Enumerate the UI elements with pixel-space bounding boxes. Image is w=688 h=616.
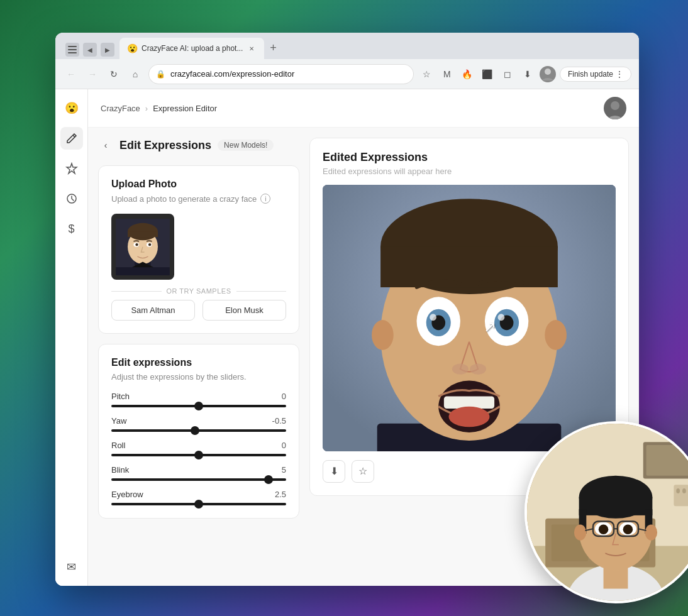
svg-point-43 bbox=[676, 488, 680, 493]
image-display: ↗ bbox=[323, 185, 616, 451]
new-tab-button[interactable]: + bbox=[264, 39, 282, 57]
yaw-slider[interactable] bbox=[111, 429, 286, 432]
home-button[interactable]: ⌂ bbox=[127, 66, 143, 82]
edit-subtitle: Adjust the expressions by the sliders. bbox=[111, 372, 286, 382]
slider-row-eyebrow: Eyebrow 2.5 bbox=[111, 490, 286, 505]
tab-sidebar-toggle[interactable] bbox=[65, 43, 79, 57]
download-icon[interactable]: ⬇ bbox=[519, 66, 536, 82]
eyebrow-slider[interactable] bbox=[111, 503, 286, 505]
svg-point-14 bbox=[135, 243, 138, 246]
toolbar-icons: ☆ M 🔥 ⬛ ◻ ⬇ Finish update ⋮ bbox=[419, 66, 631, 82]
profile-avatar[interactable] bbox=[540, 66, 556, 82]
sam-altman-button[interactable]: Sam Altman bbox=[111, 300, 195, 321]
url-bar[interactable]: 🔒 crazyfaceai.com/expression-editor bbox=[148, 64, 414, 84]
user-avatar[interactable] bbox=[604, 97, 626, 119]
samples-divider: OR TRY SAMPLES bbox=[111, 287, 286, 295]
svg-point-15 bbox=[148, 243, 151, 246]
svg-rect-42 bbox=[674, 485, 688, 506]
finish-update-label: Finish update bbox=[568, 70, 613, 79]
slider-row-blink: Blink 5 bbox=[111, 465, 286, 481]
sidebar-icon-logo[interactable]: 😮 bbox=[60, 97, 83, 119]
svg-point-56 bbox=[645, 524, 657, 540]
tab-title: CrazyFace AI: upload a phot... bbox=[141, 44, 243, 53]
svg-point-59 bbox=[599, 524, 609, 534]
sidebar-icon-editor[interactable] bbox=[60, 127, 83, 150]
lock-icon: 🔒 bbox=[156, 70, 165, 79]
ext-icon-4[interactable]: ◻ bbox=[499, 66, 516, 82]
svg-point-31 bbox=[430, 314, 436, 321]
ext-icon-1[interactable]: M bbox=[439, 66, 455, 82]
sidebar: 😮 $ ✉ bbox=[55, 89, 88, 586]
blink-slider[interactable] bbox=[111, 478, 286, 481]
svg-rect-1 bbox=[68, 49, 77, 50]
breadcrumb-home[interactable]: CrazyFace bbox=[101, 104, 140, 113]
svg-point-60 bbox=[623, 524, 633, 534]
svg-rect-8 bbox=[116, 267, 170, 275]
svg-point-10 bbox=[128, 223, 158, 239]
address-bar: ← → ↻ ⌂ 🔒 crazyfaceai.com/expression-edi… bbox=[55, 59, 639, 89]
svg-rect-52 bbox=[579, 497, 653, 515]
forward-nav-button[interactable]: → bbox=[84, 66, 101, 82]
breadcrumb-bar: CrazyFace › Expression Editor bbox=[88, 89, 639, 128]
svg-point-23 bbox=[372, 320, 394, 350]
edit-title: Edit expressions bbox=[111, 357, 286, 368]
sidebar-icon-history[interactable] bbox=[60, 187, 83, 210]
svg-rect-2 bbox=[68, 52, 77, 53]
tab-close-icon[interactable]: ✕ bbox=[247, 43, 257, 53]
uploaded-photo[interactable] bbox=[111, 214, 174, 280]
pitch-slider[interactable] bbox=[111, 405, 286, 407]
new-models-badge: New Models! bbox=[218, 140, 274, 151]
svg-rect-41 bbox=[646, 445, 688, 476]
svg-point-3 bbox=[545, 69, 551, 75]
bookmark-icon[interactable]: ☆ bbox=[419, 66, 435, 82]
roll-slider[interactable] bbox=[111, 454, 286, 456]
panel-back-button[interactable]: ‹ bbox=[98, 138, 113, 153]
breadcrumb-current: Expression Editor bbox=[153, 104, 217, 113]
tab-forward-btn[interactable]: ▶ bbox=[101, 43, 114, 57]
breadcrumb-separator: › bbox=[145, 104, 148, 113]
download-button[interactable]: ⬇ bbox=[323, 460, 345, 483]
svg-point-55 bbox=[574, 524, 586, 540]
browser-tab-active[interactable]: 😮 CrazyFace AI: upload a phot... ✕ bbox=[119, 38, 264, 59]
slider-row-yaw: Yaw -0.5 bbox=[111, 416, 286, 432]
tab-bar: ◀ ▶ 😮 CrazyFace AI: upload a phot... ✕ + bbox=[55, 33, 639, 59]
finish-update-menu-icon: ⋮ bbox=[616, 70, 623, 79]
elon-musk-button[interactable]: Elon Musk bbox=[203, 300, 286, 321]
edited-image: ↗ bbox=[323, 185, 616, 451]
tab-controls: ◀ ▶ bbox=[60, 43, 119, 57]
back-nav-button[interactable]: ← bbox=[63, 66, 79, 82]
blink-value: 5 bbox=[282, 465, 286, 475]
sidebar-icon-mail[interactable]: ✉ bbox=[60, 556, 83, 578]
roll-value: 0 bbox=[282, 441, 286, 450]
svg-point-5 bbox=[611, 101, 619, 110]
eyebrow-label: Eyebrow bbox=[111, 490, 143, 499]
slider-section: Pitch 0 Yaw -0 bbox=[111, 392, 286, 505]
upload-photo-card: Upload Photo Upload a photo to generate … bbox=[98, 165, 299, 334]
left-panel: ‹ Edit Expressions New Models! Upload Ph… bbox=[98, 138, 299, 519]
info-icon[interactable]: i bbox=[260, 194, 270, 204]
reload-button[interactable]: ↻ bbox=[106, 66, 122, 82]
edited-title: Edited Expressions bbox=[323, 151, 616, 164]
edit-expressions-card: Edit expressions Adjust the expressions … bbox=[98, 344, 299, 519]
svg-point-33 bbox=[452, 363, 469, 374]
tab-back-btn[interactable]: ◀ bbox=[83, 43, 97, 57]
eyebrow-value: 2.5 bbox=[275, 490, 286, 499]
finish-update-button[interactable]: Finish update ⋮ bbox=[560, 67, 631, 82]
slider-row-pitch: Pitch 0 bbox=[111, 392, 286, 407]
sidebar-icon-tools[interactable] bbox=[60, 157, 83, 180]
svg-point-37 bbox=[448, 407, 489, 427]
sidebar-icon-billing[interactable]: $ bbox=[60, 217, 83, 240]
sample-buttons: Sam Altman Elon Musk bbox=[111, 300, 286, 321]
cursor-arrow: ↗ bbox=[484, 318, 496, 336]
svg-rect-22 bbox=[380, 246, 558, 287]
samples-divider-text: OR TRY SAMPLES bbox=[167, 287, 231, 295]
edited-subtitle: Edited expressions will appear here bbox=[323, 167, 616, 176]
ext-icon-2[interactable]: 🔥 bbox=[459, 66, 475, 82]
ext-icon-3[interactable]: ⬛ bbox=[479, 66, 496, 82]
panel-title: Edit Expressions bbox=[119, 139, 211, 152]
blink-label: Blink bbox=[111, 465, 129, 475]
favorite-button[interactable]: ☆ bbox=[352, 460, 374, 483]
svg-rect-0 bbox=[68, 46, 77, 47]
upload-subtitle: Upload a photo to generate a crazy face … bbox=[111, 194, 286, 204]
yaw-label: Yaw bbox=[111, 416, 126, 426]
